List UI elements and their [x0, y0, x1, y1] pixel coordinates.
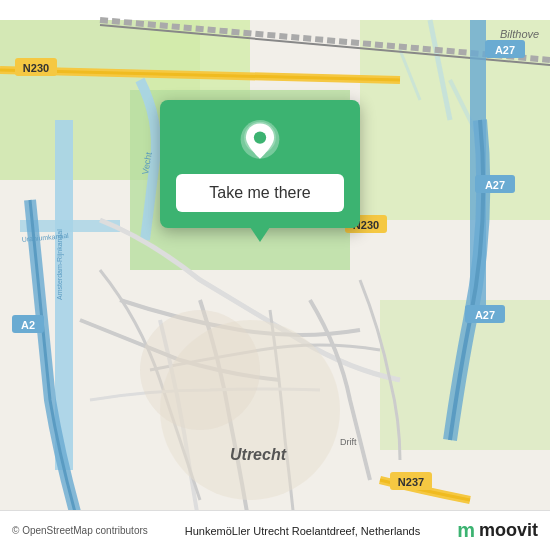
location-text: HunkemöLler Utrecht Roelantdreef, Nether…	[185, 525, 420, 537]
svg-text:N237: N237	[398, 476, 424, 488]
copyright-section: © OpenStreetMap contributors	[12, 525, 148, 536]
map-container: N230 A27 A27 A27 A2 N237 Bilthove Vecht …	[0, 0, 550, 550]
svg-text:A2: A2	[21, 319, 35, 331]
moovit-brand-text: moovit	[479, 520, 538, 541]
bottom-bar: © OpenStreetMap contributors HunkemöLler…	[0, 510, 550, 550]
popup-card: Take me there	[160, 100, 360, 228]
svg-text:Drift: Drift	[340, 437, 357, 447]
take-me-there-button[interactable]: Take me there	[176, 174, 344, 212]
svg-point-40	[254, 131, 266, 143]
map-svg: N230 A27 A27 A27 A2 N237 Bilthove Vecht …	[0, 0, 550, 550]
moovit-logo: m moovit	[457, 519, 538, 542]
location-name: HunkemöLler Utrecht Roelantdreef, Nether…	[148, 525, 457, 537]
moovit-m-icon: m	[457, 519, 475, 542]
openstreetmap-copyright: © OpenStreetMap contributors	[12, 525, 148, 536]
svg-point-17	[140, 310, 260, 430]
svg-text:A27: A27	[475, 309, 495, 321]
svg-text:A27: A27	[485, 179, 505, 191]
svg-text:Utrecht: Utrecht	[230, 446, 287, 463]
svg-text:Bilthove: Bilthove	[500, 28, 539, 40]
svg-text:N230: N230	[23, 62, 49, 74]
location-pin-icon	[238, 120, 282, 164]
svg-text:A27: A27	[495, 44, 515, 56]
svg-text:Amsterdam-Rijnkanaal: Amsterdam-Rijnkanaal	[56, 229, 64, 300]
